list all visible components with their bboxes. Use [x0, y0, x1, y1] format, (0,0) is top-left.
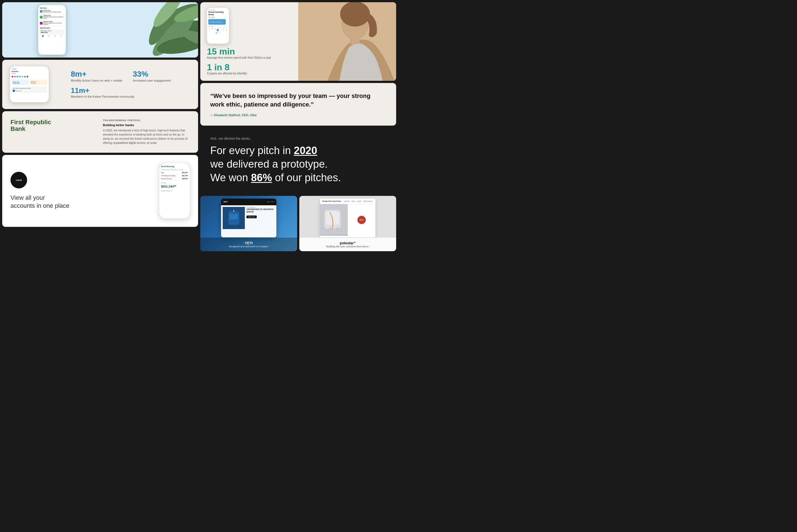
kp-online-care-item: Online Care Get quick care through the a…: [40, 10, 64, 13]
svg-rect-14: [230, 214, 238, 220]
yeti-tagline: “Designed and delivered in 8 weeks.”: [205, 245, 293, 248]
polestar-header-title: Design from near future: [322, 200, 341, 202]
kp-person-care-item: In-Person Care Make an appointment or fi…: [40, 21, 64, 25]
bp-checking-section: CHECKING, SAVINGS & CDs None $51,647⁰⁰ 2…: [161, 169, 188, 180]
yeti-info: CROSSROADS CROSSROADS 27L BACKPACK $229.…: [246, 207, 275, 229]
stat-monthly-users-value: 8m+: [71, 70, 128, 78]
op-cal-1: 1: [208, 29, 211, 31]
yeti-product-img: [223, 207, 245, 229]
yeti-nav: Shop About: [267, 201, 274, 203]
sp-subtitle: Human: [12, 73, 47, 74]
bank-phone-wrapper: Good Morning CHECKING, SAVINGS & CDs Non…: [140, 163, 190, 218]
op-cal-7: 7: [225, 29, 228, 31]
kp-call-icon: [40, 16, 43, 19]
kp-divider1: [40, 14, 64, 14]
obie-stat-2: 1 in 8 Couples are affected by infertili…: [207, 63, 291, 75]
pitch-line1: For every pitch in: [210, 145, 294, 156]
leaves-background: [124, 2, 198, 58]
kp-appointment-block: Wednesday, May 17 Video Visit: [40, 29, 64, 34]
yeti-add-to-cart[interactable]: Add to Cart: [246, 215, 257, 218]
svg-rect-19: [328, 228, 333, 233]
pitch-card: And...we ditched the decks. For every pi…: [200, 128, 396, 194]
bp-acc-1: None $51,647⁰⁰: [161, 171, 188, 174]
kp-nav-3: [54, 35, 56, 37]
quote-author-role: CEO, Obie: [242, 113, 257, 117]
frb-subtitle: Building better banks: [103, 124, 190, 127]
pitch-subtitle: And...we ditched the decks.: [210, 137, 386, 140]
bank-mockup-card: VIEW View all youraccounts in one place …: [2, 155, 198, 227]
polestar-tags: Innovative 2D knit Nylon 8 Woven flex fi…: [343, 200, 373, 202]
frb-left: First Republic Bank: [11, 119, 97, 132]
op-cycle-label: Your cycle: [208, 16, 228, 18]
bank-heading: View all youraccounts in one place: [11, 194, 134, 210]
polestar-brand: polestar⁺: [304, 241, 392, 245]
sp-dot-cyan: [17, 76, 18, 77]
left-column: Get Care Online Care Get quick care thro…: [2, 2, 198, 251]
sp-apt-detail: Video Visit: [13, 90, 46, 92]
kp-call-sub: Talk with a licensed care provider by ph…: [43, 16, 64, 19]
quote-author: — Elizabeth Stafford, CEO, Obie: [210, 113, 386, 117]
polestar-browser-mockup: Design from near future Innovative 2D kn…: [320, 198, 375, 238]
pitch-percent: 86%: [251, 172, 272, 184]
frb-right: TRANSFORMING FINTECH Building better ban…: [103, 119, 190, 145]
sp-dot-pink: [12, 76, 13, 77]
polestar-tag2: 2D knit: [351, 200, 356, 202]
op-fertility-bar: Your fertility is high today.: [208, 19, 226, 25]
kp-nav-2: [48, 35, 50, 37]
kp-apt-type: Video Visit: [41, 32, 63, 33]
yeti-product-title: CROSSROADS 27L BACKPACK: [246, 208, 275, 210]
bp-acc3-val: $30,812⁰⁰: [182, 178, 188, 179]
sp-color-dots: [12, 76, 47, 77]
yeti-nav-2: About: [271, 201, 274, 203]
stats-phone-screen: Simple Proactive Human: [10, 66, 49, 102]
yeti-header: YETI Shop About: [221, 198, 277, 205]
quote-author-name: — Elizabeth Stafford,: [210, 113, 241, 117]
bp-acc-2: 27% Balance Checking $26,779⁰⁰: [161, 174, 188, 177]
op-cal-su: S: [208, 28, 211, 29]
sp-card2-val: Pick up: [31, 82, 46, 84]
svg-point-10: [340, 2, 370, 26]
op-calendar: S M T W T F S 1 2 3 4 5 6: [208, 28, 228, 31]
sp-apt-icon: [13, 90, 15, 92]
obie-left-section: CYCLE DAYS Good morning Anna Your cycle …: [200, 2, 298, 81]
obie-stat1-label: Average time women spend with their ObGy…: [207, 56, 291, 59]
frb-tag: TRANSFORMING FINTECH: [103, 119, 190, 122]
obie-stat-1: 15 min Average time women spend with the…: [207, 47, 291, 59]
bp-loans-section: LOANS $651,344⁰⁰: [161, 182, 188, 188]
bp-acc-3: Personal Savings $30,812⁰⁰: [161, 177, 188, 180]
polestar-tag3: Nylon 8: [357, 200, 362, 202]
stat-engagement-value: 33%: [133, 70, 190, 78]
polestar-header: Design from near future Innovative 2D kn…: [320, 198, 375, 204]
sp-card1-val: Today 2pm: [13, 82, 28, 84]
op-cal-sa: S: [225, 28, 228, 29]
bp-acc1-val: $51,647⁰⁰: [182, 172, 188, 173]
op-month: July 2021: [208, 25, 228, 27]
kp-get-care-header: Get Care: [40, 7, 64, 9]
op-dot-1: [216, 32, 217, 34]
op-cal-4: 4: [216, 29, 219, 31]
yeti-browser-mockup: YETI Shop About: [221, 198, 277, 238]
polestar-overlay: polestar⁺ “Building the auto, emission-f…: [299, 238, 396, 251]
bp-acc3-name: Personal Savings: [161, 178, 172, 179]
yeti-backpack-svg: [223, 207, 245, 229]
quote-text: “We’ve been so impressed by your team — …: [210, 92, 386, 109]
yeti-body: CROSSROADS CROSSROADS 27L BACKPACK $229.…: [221, 205, 277, 231]
polestar-seat-img: [320, 204, 348, 236]
stat-members-label: Members in the Kaiser Permanente communi…: [71, 95, 190, 98]
kp-person-sub: Make an appointment or find care locatio…: [43, 22, 64, 25]
yeti-price: $229.99: [246, 211, 275, 213]
sp-dot-cyan2: [19, 76, 21, 77]
kp-person-icon: [40, 22, 43, 25]
kp-divider2: [40, 20, 64, 20]
frb-logo: First Republic Bank: [11, 119, 97, 132]
bank-phone: Good Morning CHECKING, SAVINGS & CDs Non…: [159, 163, 190, 218]
kp-online-sub: Get quick care through the app.: [43, 11, 61, 13]
polestar-tagline: “Building the auto, emission-free future…: [304, 245, 392, 248]
sp-dot-pink3: [26, 76, 28, 77]
op-cal-3: 3: [214, 29, 216, 31]
bp-investments-label: INVESTMENTS: [161, 190, 188, 192]
obie-stats: 15 min Average time women spend with the…: [207, 47, 291, 75]
leaves-svg: [124, 2, 198, 58]
polestar-tag1: Innovative: [343, 200, 350, 202]
yeti-overlay: YETI “Designed and delivered in 8 weeks.…: [200, 238, 297, 251]
